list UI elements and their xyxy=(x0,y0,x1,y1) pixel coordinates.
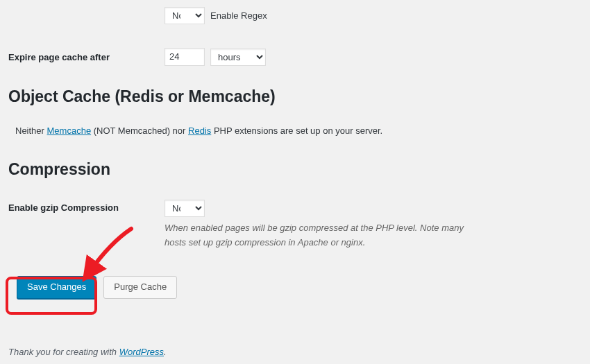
object-cache-heading: Object Cache (Redis or Memcache) xyxy=(8,87,582,107)
expire-cache-row: Expire page cache after hours xyxy=(8,48,582,66)
purge-cache-button[interactable]: Purge Cache xyxy=(103,276,177,298)
wordpress-link[interactable]: WordPress xyxy=(119,347,164,357)
enable-regex-select[interactable]: No xyxy=(165,7,205,24)
gzip-description: When enabled pages will be gzip compress… xyxy=(165,221,484,250)
redis-link[interactable]: Redis xyxy=(188,125,211,136)
enable-regex-label: Enable Regex xyxy=(210,10,267,21)
expire-cache-label: Expire page cache after xyxy=(8,52,165,62)
gzip-field-col: No When enabled pages will be gzip compr… xyxy=(165,200,484,250)
gzip-row: Enable gzip Compression No When enabled … xyxy=(8,200,582,250)
memcache-link[interactable]: Memcache xyxy=(47,125,92,136)
expire-value-input[interactable] xyxy=(165,48,205,66)
notice-post: PHP extensions are set up on your server… xyxy=(211,125,382,136)
footer-credit: Thank you for creating with WordPress. xyxy=(8,347,167,357)
gzip-select[interactable]: No xyxy=(165,200,205,217)
gzip-label: Enable gzip Compression xyxy=(8,200,165,213)
action-buttons: Save Changes Purge Cache xyxy=(17,276,582,298)
enable-regex-row: No Enable Regex xyxy=(8,7,582,24)
expire-cache-field: hours xyxy=(165,48,266,66)
notice-mid: (NOT Memcached) nor xyxy=(91,125,188,136)
expire-unit-select[interactable]: hours xyxy=(210,49,266,66)
footer-pre: Thank you for creating with xyxy=(8,347,119,357)
object-cache-notice: Neither Memcache (NOT Memcached) nor Red… xyxy=(15,124,582,139)
footer-post: . xyxy=(164,347,167,357)
enable-regex-field: No Enable Regex xyxy=(165,7,267,24)
notice-pre: Neither xyxy=(15,125,47,136)
save-changes-button[interactable]: Save Changes xyxy=(17,276,96,298)
compression-heading: Compression xyxy=(8,159,582,180)
